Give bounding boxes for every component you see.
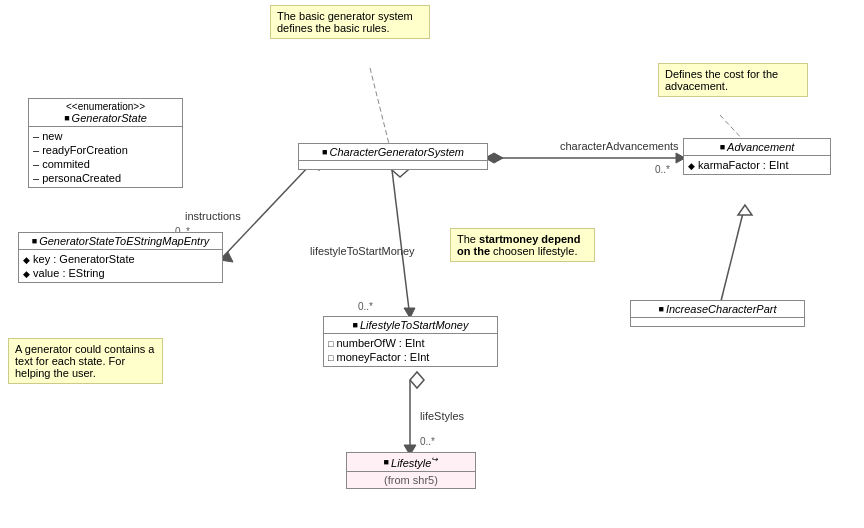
class-name-lifestyle: Lifestyle↪ — [391, 455, 438, 469]
svg-line-0 — [370, 68, 390, 148]
svg-text:0..*: 0..* — [420, 436, 435, 447]
class-name-map-entry: GeneratorStateToEStringMapEntry — [39, 235, 209, 247]
note-advancement-cost: Defines the cost for the advacement. — [658, 63, 808, 97]
class-character-generator-system: ■ CharacterGeneratorSystem — [298, 143, 488, 170]
svg-marker-18 — [738, 205, 752, 215]
stereotype-enumeration: <<enumeration>> — [33, 101, 178, 112]
note-basic-generator: The basic generator system defines the b… — [270, 5, 430, 39]
attr-commited: – commited — [33, 157, 178, 171]
attr-value: ◆ value : EString — [23, 266, 218, 280]
svg-text:lifestyleToStartMoney: lifestyleToStartMoney — [310, 245, 415, 257]
attr-key: ◆ key : GeneratorState — [23, 252, 218, 266]
svg-marker-20 — [410, 372, 424, 388]
svg-text:instructions: instructions — [185, 210, 241, 222]
attr-moneyfactor: □ moneyFactor : EInt — [328, 350, 493, 364]
attr-new: – new — [33, 129, 178, 143]
attr-karmafactor: ◆ karmaFactor : EInt — [688, 158, 826, 172]
class-name-increase-char: IncreaseCharacterPart — [666, 303, 777, 315]
svg-text:characterAdvancements: characterAdvancements — [560, 140, 679, 152]
diagram-container: characterAdvancements 0..* instructions … — [0, 0, 864, 528]
class-lifestyle-to-start-money: ■ LifestyleToStartMoney □ numberOfW : EI… — [323, 316, 498, 367]
note-generator-text: A generator could contains a text for ea… — [8, 338, 163, 384]
class-name-generatorstate: GeneratorState — [72, 112, 147, 124]
svg-line-7 — [220, 165, 310, 260]
class-increase-character-part: ■ IncreaseCharacterPart — [630, 300, 805, 327]
attr-numberOfw: □ numberOfW : EInt — [328, 336, 493, 350]
svg-text:0..*: 0..* — [358, 301, 373, 312]
class-advancement: ■ Advancement ◆ karmaFactor : EInt — [683, 138, 831, 175]
lifestyle-from: (from shr5) — [351, 474, 471, 486]
svg-text:0..*: 0..* — [655, 164, 670, 175]
class-generator-map-entry: ■ GeneratorStateToEStringMapEntry ◆ key … — [18, 232, 223, 283]
attr-persona: – personaCreated — [33, 171, 178, 185]
attr-ready: – readyForCreation — [33, 143, 178, 157]
class-name-advancement: Advancement — [727, 141, 794, 153]
svg-line-12 — [392, 170, 410, 318]
svg-line-17 — [720, 205, 745, 305]
class-lifestyle: ■ Lifestyle↪ (from shr5) — [346, 452, 476, 489]
class-name-lifestyle-money: LifestyleToStartMoney — [360, 319, 468, 331]
svg-text:lifeStyles: lifeStyles — [420, 410, 465, 422]
class-generator-state: <<enumeration>> ■ GeneratorState – new –… — [28, 98, 183, 188]
note-startmoney: The startmoney depend on the choosen lif… — [450, 228, 595, 262]
class-name-cgs: CharacterGeneratorSystem — [329, 146, 464, 158]
